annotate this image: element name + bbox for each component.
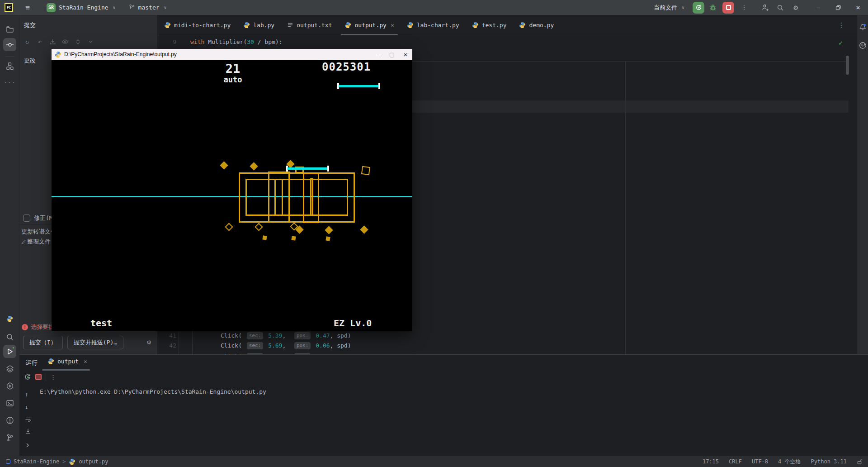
- tab-midi-to-chart[interactable]: midi-to-chart.py: [158, 15, 237, 35]
- console-options-kebab-icon[interactable]: ⋮: [50, 374, 56, 381]
- restore-icon: [835, 5, 841, 10]
- version-control-tool-button[interactable]: [3, 431, 16, 444]
- run-config-label: 当前文件: [654, 4, 677, 12]
- stop-button[interactable]: [722, 2, 734, 14]
- notifications-button[interactable]: [857, 21, 868, 34]
- refresh-icon[interactable]: ↻: [23, 38, 31, 46]
- breadcrumb-file[interactable]: output.py: [79, 458, 108, 465]
- scroll-down-icon[interactable]: ↓: [25, 404, 28, 410]
- debug-button[interactable]: [707, 2, 719, 14]
- window-restore-button[interactable]: [828, 0, 848, 15]
- project-badge: SR: [47, 3, 56, 12]
- chevron-down-icon: ∨: [164, 5, 167, 10]
- breadcrumb-project[interactable]: StaRain-Engine: [14, 458, 59, 465]
- terminal-tool-button[interactable]: [3, 396, 16, 410]
- commit-message-line[interactable]: 整理文件: [21, 238, 51, 246]
- commit-options-gear-icon[interactable]: ⚙: [147, 338, 151, 346]
- python-icon: [519, 22, 526, 29]
- search-icon: [6, 333, 14, 341]
- game-maximize-button[interactable]: ▢: [385, 49, 399, 60]
- commit-and-push-button[interactable]: 提交并推送(P)…: [67, 336, 123, 349]
- code-text: Click( sec: 5.39, pos: 0.47, spd): [221, 331, 351, 341]
- run-anything-tool-button[interactable]: [3, 379, 16, 392]
- git-branch-icon: [6, 434, 14, 442]
- song-title: test: [90, 318, 112, 329]
- tab-output-py[interactable]: output.py ×: [338, 15, 400, 35]
- python-packages-tool-button[interactable]: [3, 312, 16, 325]
- editor-scrollbar-thumb[interactable]: [846, 56, 849, 75]
- tab-lab-chart[interactable]: lab-chart.py: [401, 15, 466, 35]
- tab-list-kebab-icon[interactable]: ⋮: [838, 21, 844, 29]
- breadcrumb[interactable]: StaRain-Engine > output.py: [6, 458, 108, 465]
- game-close-button[interactable]: ×: [399, 49, 412, 60]
- run-config-selector[interactable]: 当前文件 ∨: [650, 1, 688, 14]
- more-tool-windows-icon[interactable]: ···: [3, 76, 16, 89]
- window-close-button[interactable]: ×: [848, 0, 868, 15]
- run-button[interactable]: [693, 2, 704, 14]
- find-tool-button[interactable]: [3, 330, 16, 343]
- python-icon: [472, 22, 479, 29]
- more-actions-icon[interactable]: ⋮: [738, 1, 750, 14]
- amend-checkbox[interactable]: [23, 214, 30, 222]
- soft-wrap-icon[interactable]: [25, 416, 31, 423]
- expand-all-icon[interactable]: [74, 38, 82, 46]
- expand-chevron-icon[interactable]: [25, 443, 30, 448]
- note-diamond: [220, 161, 228, 169]
- ai-assistant-button[interactable]: [857, 39, 868, 52]
- console-output-line[interactable]: E:\Python\python.exe D:\PyCharmProjects\…: [40, 388, 266, 395]
- tab-lab[interactable]: lab.py: [237, 15, 281, 35]
- rollback-icon[interactable]: ↶: [36, 38, 44, 46]
- run-tool-button[interactable]: [3, 345, 16, 358]
- changes-section-label[interactable]: 更改: [24, 57, 36, 65]
- stop-icon[interactable]: [35, 374, 42, 380]
- project-icon: [6, 459, 10, 464]
- scroll-to-end-icon[interactable]: [25, 428, 31, 434]
- active-tab-underline: [42, 369, 90, 371]
- line-ending[interactable]: CRLF: [729, 458, 742, 465]
- inspection-ok-check-icon[interactable]: ✓: [839, 39, 843, 47]
- unlock-icon[interactable]: [857, 459, 863, 465]
- services-tool-button[interactable]: [3, 362, 16, 375]
- shelve-icon[interactable]: [48, 38, 57, 46]
- add-user-button[interactable]: [759, 1, 771, 14]
- search-button[interactable]: [774, 1, 787, 14]
- commit-button[interactable]: 提交（I）: [23, 336, 63, 349]
- window-minimize-button[interactable]: –: [808, 0, 828, 15]
- commit-message-text: 整理文件: [27, 238, 51, 246]
- branch-widget[interactable]: master ∨: [125, 1, 170, 14]
- close-tab-icon[interactable]: ×: [84, 358, 87, 365]
- run-tab-output[interactable]: output ×: [47, 358, 87, 365]
- run-panel: 运行 output × ⋮ ↑ ↓ E:\Python\python.exe D…: [19, 354, 868, 456]
- interpreter[interactable]: Python 3.11: [811, 458, 847, 465]
- note-rect: [310, 178, 313, 216]
- eye-icon[interactable]: [61, 38, 69, 46]
- commit-icon: [6, 41, 14, 49]
- structure-icon: [6, 62, 14, 70]
- score-display: 0025301: [322, 61, 371, 73]
- caret-position[interactable]: 17:15: [703, 458, 719, 465]
- game-minimize-button[interactable]: –: [372, 49, 385, 60]
- tab-test[interactable]: test.py: [466, 15, 513, 35]
- python-icon: [164, 22, 171, 29]
- pycharm-logo: PC: [5, 3, 13, 12]
- pygame-window[interactable]: D:\PyCharmProjects\StaRain-Engine\output…: [52, 49, 412, 331]
- settings-button[interactable]: ⚙: [789, 1, 802, 14]
- project-widget[interactable]: SR StaRain-Engine ∨: [43, 1, 119, 14]
- commit-tool-button[interactable]: [3, 38, 16, 51]
- collapse-all-icon[interactable]: [86, 38, 94, 46]
- problems-tool-button[interactable]: [3, 414, 16, 427]
- python-icon: [55, 51, 61, 58]
- main-menu-icon[interactable]: ≡: [21, 1, 34, 14]
- ai-swirl-icon: [859, 42, 867, 49]
- project-tool-button[interactable]: [3, 23, 16, 36]
- file-encoding[interactable]: UTF-8: [752, 458, 768, 465]
- close-tab-icon[interactable]: ×: [391, 22, 394, 29]
- structure-tool-button[interactable]: [3, 59, 16, 72]
- ide-titlebar: PC ≡ SR StaRain-Engine ∨ master ∨ 当前文件 ∨…: [0, 0, 868, 15]
- rerun-button[interactable]: [24, 373, 31, 381]
- indent-setting[interactable]: 4 个空格: [778, 458, 801, 466]
- game-window-titlebar[interactable]: D:\PyCharmProjects\StaRain-Engine\output…: [52, 49, 412, 60]
- scroll-up-icon[interactable]: ↑: [25, 391, 28, 398]
- tab-output-txt[interactable]: output.txt: [281, 15, 338, 35]
- tab-demo[interactable]: demo.py: [513, 15, 560, 35]
